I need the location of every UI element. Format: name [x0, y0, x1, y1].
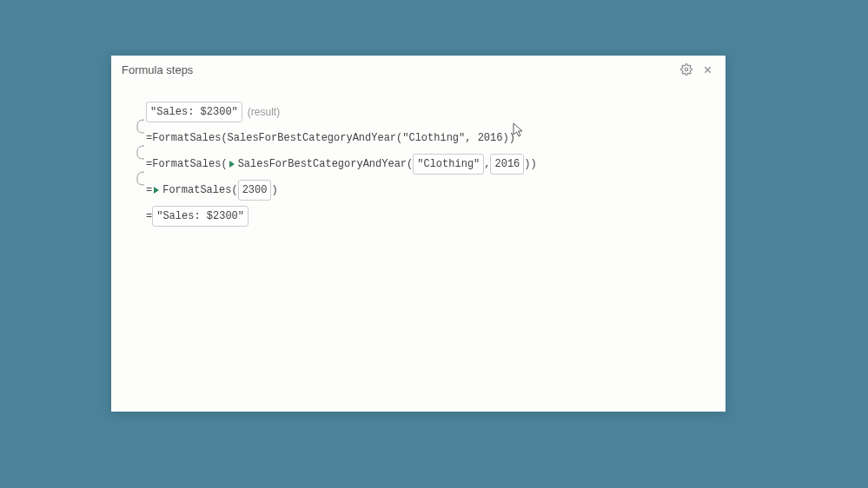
play-icon[interactable] [154, 187, 159, 194]
arg-box[interactable]: 2300 [238, 180, 272, 201]
play-icon[interactable] [229, 161, 235, 168]
svg-point-0 [685, 68, 688, 71]
result-label: (result) [248, 103, 280, 121]
formula-step-line: =FormatSales(SalesForBestCategoryAndYear… [129, 125, 708, 151]
formula-prefix: =FormatSales( [146, 155, 228, 173]
panel-title: Formula steps [122, 63, 673, 76]
steps-content: "Sales: $2300" (result) =FormatSales(Sal… [111, 83, 726, 236]
formula-step-line: = "Sales: $2300" [129, 203, 708, 229]
close-icon[interactable] [699, 62, 715, 77]
close-paren: ) [524, 155, 530, 173]
result-line: "Sales: $2300" (result) [129, 99, 708, 125]
arg-box[interactable]: "Clothing" [413, 154, 484, 175]
equals: = [146, 208, 152, 225]
result-box[interactable]: "Sales: $2300" [146, 102, 242, 122]
comma: , [484, 155, 490, 173]
formula-step-line: = FormatSales( 2300 ) [129, 177, 708, 203]
formula-step-line: =FormatSales( SalesForBestCategoryAndYea… [129, 151, 708, 177]
close-paren: ) [271, 181, 277, 199]
formula-steps-panel: Formula steps "Sales: $2300" (result) =F… [111, 56, 726, 412]
result-value-box[interactable]: "Sales: $2300" [152, 206, 248, 227]
function-name: FormatSales( [162, 181, 237, 199]
equals: = [146, 181, 152, 199]
function-name: SalesForBestCategoryAndYear( [238, 155, 414, 173]
formula-suffix: ) [531, 155, 537, 173]
gear-icon[interactable] [679, 62, 694, 77]
formula-text: =FormatSales(SalesForBestCategoryAndYear… [146, 129, 515, 147]
arg-box[interactable]: 2016 [490, 154, 524, 175]
panel-header: Formula steps [111, 56, 726, 83]
